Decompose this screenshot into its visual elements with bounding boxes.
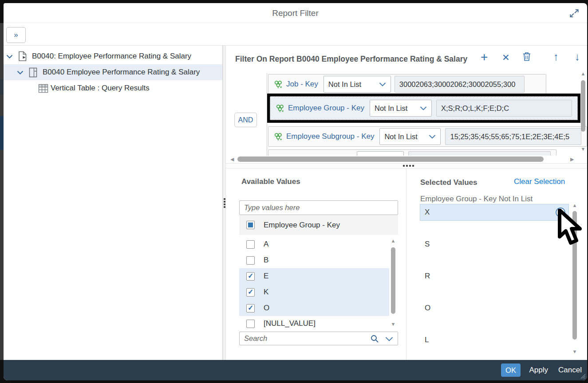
selected-row-o[interactable]: O [420,300,568,316]
panel-splitter-vertical[interactable] [223,46,226,360]
collapse-panel-button[interactable]: » [6,27,26,43]
selected-value: X [425,208,430,217]
report-filter-panel: Filter On Report B0040 Employee Performa… [226,46,587,163]
delete-all-icon[interactable] [522,51,531,63]
selected-row-x[interactable]: X [420,204,568,220]
partial-checkbox[interactable] [246,221,255,229]
chevron-down-icon[interactable] [17,70,24,74]
scroll-down-icon[interactable]: ▼ [571,349,578,354]
filter-vertical-scrollbar[interactable]: ▲ ▼ [580,71,587,156]
dialog-title: Report Filter [4,3,587,23]
scroll-up-icon[interactable]: ▲ [580,71,587,76]
value-row-a[interactable]: A [239,236,389,252]
scroll-down-icon[interactable]: ▼ [390,322,397,327]
group-header-row[interactable]: Employee Group - Key [239,215,398,235]
value-label: E [264,272,268,281]
filter-horizontal-scrollbar[interactable]: ◀ ▶ [226,156,587,163]
dialog-footer: OK Apply Cancel [4,360,587,380]
filter-value-field[interactable]: X;S;R;O;L;K;F;E;D;C [436,100,572,117]
search-input[interactable] [240,332,364,345]
scroll-up-icon[interactable]: ▲ [571,203,578,208]
checkbox-checked[interactable] [246,288,255,297]
group-label: Employee Group - Key [264,221,340,230]
scroll-down-icon[interactable]: ▼ [580,147,587,152]
tree-item-table[interactable]: Vertical Table : Query Results [4,80,223,96]
operator-value: Not In List [384,133,417,141]
ok-button[interactable]: OK [501,363,521,377]
value-row-b[interactable]: B [239,252,389,268]
selected-row-r[interactable]: R [420,268,568,284]
search-box [239,332,398,345]
selected-value: R [425,272,430,281]
filter-panel-title: Filter On Report B0040 Employee Performa… [235,55,467,64]
value-label: B [264,256,268,265]
checkbox-unchecked[interactable] [246,240,255,249]
tree-item-label: B0040 Employee Performance Rating & Sala… [43,64,200,80]
apply-button[interactable]: Apply [529,363,548,377]
filter-field-name: Job - Key [286,80,318,89]
value-row-e[interactable]: E [239,268,389,284]
scrollbar-thumb[interactable] [237,156,544,162]
value-row-o[interactable]: O [239,300,389,316]
values-section: Available Values Employee Group - Key A … [226,168,587,360]
filter-operator-badge[interactable]: AND [234,113,257,127]
value-row-k[interactable]: K [239,284,389,300]
operator-dropdown[interactable]: Not In List [379,128,441,145]
filter-row-job-key[interactable]: Job - Key Not In List 30002063;30002062;… [268,74,546,94]
selected-values-caption: Employee Group - Key Not In List [420,195,533,203]
splitter-handle-dots [223,197,225,209]
tree-item-document[interactable]: B0040: Employee Performance Rating & Sal… [4,48,223,64]
selected-value: L [425,336,429,344]
checkbox-unchecked[interactable] [246,320,255,328]
operator-dropdown[interactable]: Not In List [370,100,432,117]
selected-value: S [425,240,430,249]
dialog-toolbar: » [4,23,587,46]
value-row-null[interactable]: [NULL_VALUE] [239,316,389,331]
filter-field-name: Employee Subgroup - Key [286,132,374,141]
operator-value: Not In List [375,104,407,113]
operator-dropdown[interactable]: Not In List [324,76,391,93]
move-down-icon[interactable]: ↓ [575,51,580,63]
cancel-button[interactable]: Cancel [558,363,582,377]
tree-item-label: Vertical Table : Query Results [51,80,150,96]
filter-value-field[interactable]: 15;25;35;45;55;65;75;1E;2E;3E;4E;5 [445,128,581,145]
resize-grip-icon[interactable] [580,374,586,379]
filter-row-card[interactable]: Employee Group - Key Not In List X;S;R;O… [270,96,578,120]
expand-icon [568,8,580,19]
chevron-down-icon [420,106,427,110]
filter-row-employee-group-key-highlighted[interactable]: Employee Group - Key Not In List X;S;R;O… [267,94,580,123]
mouse-cursor-icon [557,209,585,248]
selected-row-s[interactable]: S [420,236,568,252]
scroll-up-icon[interactable]: ▲ [390,238,397,243]
filter-row-employee-subgroup-key[interactable]: Employee Subgroup - Key Not In List 15;2… [268,126,587,147]
clear-selection-link[interactable]: Clear Selection [514,177,565,186]
chevron-down-icon[interactable] [6,55,13,59]
dimension-icon [274,80,283,89]
type-values-input[interactable] [239,200,398,215]
selected-values-title: Selected Values [420,178,478,187]
checkbox-checked[interactable] [246,304,255,313]
move-up-icon[interactable]: ↑ [553,51,559,63]
dimension-icon [276,104,284,113]
checkbox-checked[interactable] [246,272,255,281]
search-icon[interactable] [370,334,379,343]
value-label: A [264,240,268,249]
panel-splitter-horizontal[interactable] [226,163,587,168]
tree-item-report[interactable]: B0040 Employee Performance Rating & Sala… [4,64,223,80]
document-icon [17,51,28,62]
maximize-button[interactable] [568,7,581,20]
available-list-scrollbar[interactable]: ▲ ▼ [390,238,397,332]
scrollbar-thumb[interactable] [391,247,395,314]
add-filter-icon[interactable]: + [481,51,488,63]
remove-filter-icon[interactable]: ✕ [502,53,510,63]
scroll-left-icon[interactable]: ◀ [230,157,234,162]
chevron-down-icon[interactable] [385,337,393,341]
report-icon [29,67,37,78]
checkbox-unchecked[interactable] [246,256,255,265]
available-values-title: Available Values [241,177,300,186]
selected-row-l[interactable]: L [420,332,568,348]
document-tree-panel: B0040: Employee Performance Rating & Sal… [4,46,223,360]
scroll-right-icon[interactable]: ▶ [570,157,574,162]
scrollbar-thumb[interactable] [581,80,585,132]
filter-value-field[interactable]: 30002063;30002062;30002055;300 [395,76,525,93]
